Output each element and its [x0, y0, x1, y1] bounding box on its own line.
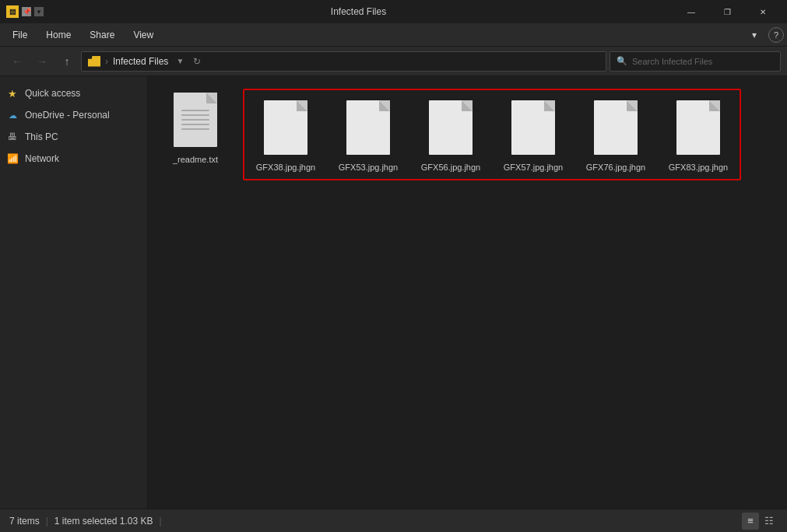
file-icon-gfx83 — [673, 96, 723, 159]
address-chevron-icon: ▼ — [176, 57, 184, 65]
sidebar-item-network[interactable]: 📶 Network — [0, 148, 147, 170]
menu-bar: File Home Share View ▾ ? — [0, 23, 787, 47]
back-icon-title: ▼ — [34, 7, 44, 16]
status-divider: | — [46, 516, 48, 527]
status-item-count: 7 items — [9, 516, 40, 527]
file-item-gfx76[interactable]: GFX76.jpg.jhgn — [581, 96, 651, 173]
window-controls[interactable]: — ❐ ✕ — [673, 0, 781, 23]
refresh-button[interactable]: ↻ — [188, 53, 206, 70]
window-title: Infected Files — [48, 6, 669, 17]
close-button[interactable]: ✕ — [745, 0, 781, 23]
sidebar-item-quick-access[interactable]: ★ Quick access — [0, 82, 147, 104]
file-item-gfx38[interactable]: GFX38.jpg.jhgn — [251, 96, 321, 173]
search-bar[interactable]: 🔍 Search Infected Files — [610, 51, 781, 72]
file-icon-readme — [170, 89, 220, 151]
menu-file[interactable]: File — [3, 26, 37, 44]
file-item-gfx83[interactable]: GFX83.jpg.jhgn — [663, 96, 733, 173]
cloud-icon: ☁ — [6, 109, 19, 121]
file-icon-gfx56 — [426, 96, 476, 159]
view-tiles-button[interactable]: ☷ — [761, 513, 778, 530]
files-grid: _readme.txt GFX38.jpg.jhgn GFX53.jpg.jhg… — [160, 89, 775, 180]
star-icon: ★ — [6, 87, 19, 100]
file-item-gfx53[interactable]: GFX53.jpg.jhgn — [333, 96, 403, 173]
pin-icon: 📌 — [22, 7, 31, 16]
help-button[interactable]: ? — [768, 27, 784, 43]
search-icon: 🔍 — [617, 56, 627, 66]
files-area: _readme.txt GFX38.jpg.jhgn GFX53.jpg.jhg… — [148, 76, 787, 509]
network-icon: 📶 — [6, 152, 19, 165]
file-label-readme: _readme.txt — [173, 154, 218, 165]
folder-icon: ▤ — [6, 5, 19, 18]
view-icons: ≡ ☷ — [742, 513, 778, 530]
forward-button[interactable]: → — [31, 51, 53, 72]
file-item-gfx56[interactable]: GFX56.jpg.jhgn — [416, 96, 486, 173]
file-label-gfx57: GFX57.jpg.jhgn — [504, 162, 563, 173]
file-label-gfx83: GFX83.jpg.jhgn — [669, 162, 728, 173]
sidebar-label-onedrive: OneDrive - Personal — [25, 110, 110, 121]
file-icon-gfx76 — [591, 96, 641, 159]
file-label-gfx76: GFX76.jpg.jhgn — [586, 162, 645, 173]
file-icon-gfx57 — [508, 96, 558, 159]
sidebar-label-network: Network — [25, 153, 59, 164]
file-label-gfx56: GFX56.jpg.jhgn — [421, 162, 480, 173]
sidebar-item-this-pc[interactable]: 🖶 This PC — [0, 126, 147, 148]
status-divider2: | — [160, 516, 162, 527]
up-button[interactable]: ↑ — [56, 51, 78, 72]
file-label-gfx38: GFX38.jpg.jhgn — [256, 162, 315, 173]
address-folder-icon — [88, 56, 100, 67]
address-text: Infected Files — [113, 56, 168, 67]
file-label-gfx53: GFX53.jpg.jhgn — [339, 162, 398, 173]
status-bar: 7 items | 1 item selected 1.03 KB | ≡ ☷ — [0, 509, 787, 532]
address-bar[interactable]: › Infected Files ▼ ↻ — [81, 51, 606, 72]
file-item-readme[interactable]: _readme.txt — [160, 89, 230, 165]
main-content: ★ Quick access ☁ OneDrive - Personal 🖶 T… — [0, 76, 787, 509]
file-icon-gfx38 — [261, 96, 311, 159]
title-bar: ▤ 📌 ▼ Infected Files — ❐ ✕ — [0, 0, 787, 23]
sidebar: ★ Quick access ☁ OneDrive - Personal 🖶 T… — [0, 76, 148, 509]
menu-home[interactable]: Home — [37, 26, 80, 44]
menu-expand-button[interactable]: ▾ — [743, 24, 765, 46]
sidebar-label-quick-access: Quick access — [25, 88, 80, 99]
back-button[interactable]: ← — [6, 51, 28, 72]
file-item-gfx57[interactable]: GFX57.jpg.jhgn — [498, 96, 568, 173]
status-selection: 1 item selected 1.03 KB — [54, 516, 153, 527]
minimize-button[interactable]: — — [673, 0, 709, 23]
search-placeholder: Search Infected Files — [632, 57, 712, 66]
menu-share[interactable]: Share — [80, 26, 124, 44]
title-bar-icons: ▤ 📌 ▼ — [6, 5, 44, 18]
pc-icon: 🖶 — [6, 131, 19, 143]
file-icon-gfx53 — [343, 96, 393, 159]
sidebar-item-onedrive[interactable]: ☁ OneDrive - Personal — [0, 104, 147, 126]
maximize-button[interactable]: ❐ — [709, 0, 745, 23]
view-details-button[interactable]: ≡ — [742, 513, 759, 530]
address-separator: › — [105, 56, 108, 67]
nav-bar: ← → ↑ › Infected Files ▼ ↻ 🔍 Search Infe… — [0, 47, 787, 76]
sidebar-label-this-pc: This PC — [25, 131, 58, 142]
selected-files-group: GFX38.jpg.jhgn GFX53.jpg.jhgn GFX56.jpg.… — [243, 89, 741, 180]
menu-view[interactable]: View — [124, 26, 163, 44]
